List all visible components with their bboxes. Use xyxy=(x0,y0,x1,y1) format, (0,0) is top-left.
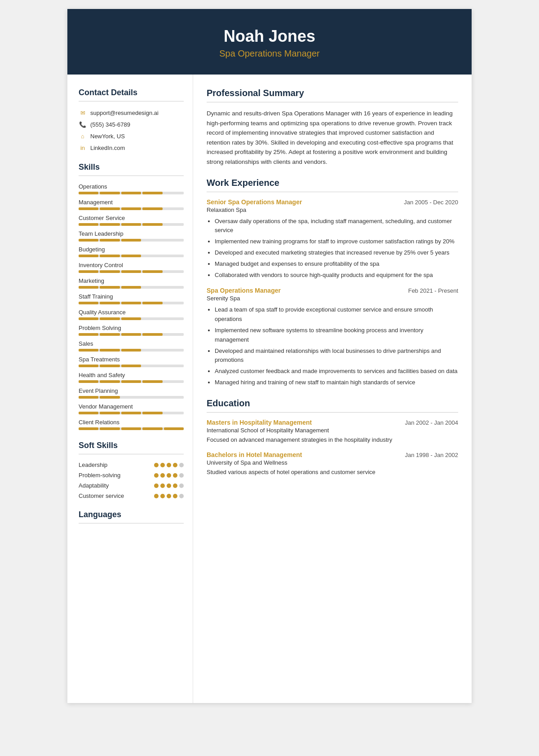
skill-bar-filled xyxy=(100,427,119,430)
job-dates: Jan 2005 - Dec 2020 xyxy=(404,199,458,206)
skill-bar-filled xyxy=(142,207,162,210)
dot-filled xyxy=(167,473,171,478)
job-bullet: Managed hiring and training of new staff… xyxy=(215,378,458,387)
soft-skills-list: LeadershipProblem-solvingAdaptabilityCus… xyxy=(79,462,184,499)
skill-item: Staff Training xyxy=(79,293,184,304)
soft-skill-name: Customer service xyxy=(79,492,124,499)
job-bullet: Implemented new software systems to stre… xyxy=(215,326,458,345)
job-company: Serenity Spa xyxy=(207,295,458,302)
skill-bar-filled xyxy=(100,270,119,273)
skill-name: Spa Treatments xyxy=(79,356,184,363)
skill-bar-filled xyxy=(79,396,98,399)
dot-filled xyxy=(167,494,171,498)
edu-degree: Bachelors in Hotel Management xyxy=(207,451,302,458)
skill-bar-filled xyxy=(100,365,119,367)
skill-bar-filled xyxy=(100,302,119,304)
dot-filled xyxy=(173,463,177,467)
skill-bar xyxy=(79,396,184,399)
skill-bar-filled xyxy=(121,427,141,430)
soft-skills-divider xyxy=(79,454,184,454)
skill-bar-empty xyxy=(164,317,184,320)
skill-bar-filled xyxy=(121,270,141,273)
job-title: Senior Spa Operations Manager xyxy=(207,198,302,206)
dot-filled xyxy=(160,473,165,478)
skill-bar-filled xyxy=(142,427,162,430)
skill-bar-empty xyxy=(164,412,184,414)
skill-item: Client Relations xyxy=(79,419,184,430)
contact-location: ⌂ NewYork, US xyxy=(79,132,184,140)
location-value: NewYork, US xyxy=(90,133,125,140)
contact-list: ✉ support@resumedesign.ai 📞 (555) 345-67… xyxy=(79,109,184,152)
summary-text: Dynamic and results-driven Spa Operation… xyxy=(207,109,458,167)
skill-bar xyxy=(79,427,184,430)
skill-item: Operations xyxy=(79,183,184,194)
skill-bar-empty xyxy=(142,286,162,289)
skill-bar-filled xyxy=(79,223,98,226)
skill-bar-empty xyxy=(164,223,184,226)
soft-skill-name: Problem-solving xyxy=(79,472,120,479)
soft-skill-name: Adaptability xyxy=(79,482,109,489)
skill-item: Inventory Control xyxy=(79,262,184,273)
skill-name: Vendor Management xyxy=(79,403,184,410)
soft-skills-section: Soft Skills LeadershipProblem-solvingAda… xyxy=(79,441,184,499)
skill-bar-filled xyxy=(142,302,162,304)
candidate-title: Spa Operations Manager xyxy=(81,48,458,59)
linkedin-icon: in xyxy=(79,144,87,152)
skill-bar-filled xyxy=(121,255,141,257)
job-bullet: Developed and maintained relationships w… xyxy=(215,347,458,365)
skill-bar-filled xyxy=(100,255,119,257)
dot-filled xyxy=(167,483,171,488)
skill-item: Quality Assurance xyxy=(79,309,184,320)
skill-bar-filled xyxy=(100,207,119,210)
skill-bar-filled xyxy=(79,255,98,257)
job-bullet: Implemented new training programs for st… xyxy=(215,237,458,246)
skill-item: Customer Service xyxy=(79,215,184,226)
contact-section: Contact Details ✉ support@resumedesign.a… xyxy=(79,88,184,152)
skill-bar-filled xyxy=(79,380,98,383)
experience-divider xyxy=(207,192,458,192)
soft-skill-row: Adaptability xyxy=(79,482,184,489)
resume: Noah Jones Spa Operations Manager Contac… xyxy=(67,9,472,703)
job-bullets: Oversaw daily operations of the spa, inc… xyxy=(207,217,458,280)
skill-bar xyxy=(79,270,184,273)
skill-bar-filled xyxy=(142,270,162,273)
skill-name: Marketing xyxy=(79,277,184,284)
skill-bar-empty xyxy=(164,396,184,399)
contact-phone: 📞 (555) 345-6789 xyxy=(79,120,184,128)
languages-section: Languages xyxy=(79,510,184,523)
education-divider xyxy=(207,412,458,413)
soft-skill-row: Customer service xyxy=(79,492,184,499)
skill-bar-filled xyxy=(100,317,119,320)
sidebar: Contact Details ✉ support@resumedesign.a… xyxy=(67,75,193,703)
resume-body: Contact Details ✉ support@resumedesign.a… xyxy=(67,75,472,703)
skill-bar-filled xyxy=(79,317,98,320)
skill-bar-filled xyxy=(79,302,98,304)
job-bullet: Collaborated with vendors to source high… xyxy=(215,271,458,280)
education-title: Education xyxy=(207,398,458,409)
dot-empty xyxy=(179,483,184,488)
envelope-icon: ✉ xyxy=(79,109,87,117)
dot-empty xyxy=(179,463,184,467)
skill-bar-filled xyxy=(121,412,141,414)
skill-bar-empty xyxy=(164,286,184,289)
skill-bar-filled xyxy=(100,349,119,352)
job-bullets: Lead a team of spa staff to provide exce… xyxy=(207,305,458,387)
skill-bar-filled xyxy=(142,412,162,414)
skill-name: Budgeting xyxy=(79,246,184,253)
resume-header: Noah Jones Spa Operations Manager xyxy=(67,9,472,75)
edu-degree: Masters in Hospitality Management xyxy=(207,419,312,426)
skill-bar-filled xyxy=(100,192,119,194)
job-bullet: Managed budget and expenses to ensure pr… xyxy=(215,259,458,269)
skill-bar xyxy=(79,239,184,242)
skill-bar xyxy=(79,286,184,289)
phone-value: (555) 345-6789 xyxy=(90,121,130,128)
skills-divider xyxy=(79,176,184,176)
skill-item: Event Planning xyxy=(79,387,184,399)
job-entry: Spa Operations Manager Feb 2021 - Presen… xyxy=(207,287,458,387)
skill-bar-filled xyxy=(121,317,141,320)
skill-bar xyxy=(79,412,184,414)
skill-bar-empty xyxy=(164,302,184,304)
contact-divider xyxy=(79,101,184,101)
job-header: Spa Operations Manager Feb 2021 - Presen… xyxy=(207,287,458,294)
skill-item: Marketing xyxy=(79,277,184,289)
